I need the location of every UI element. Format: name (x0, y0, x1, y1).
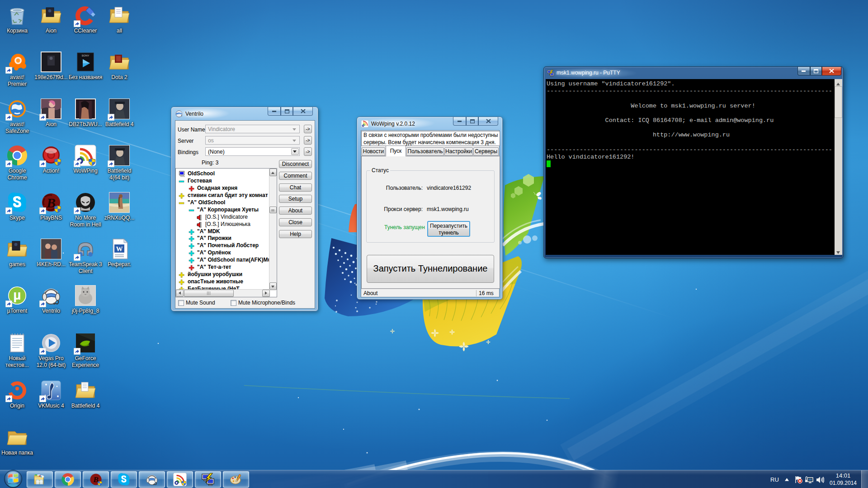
svg-text:B: B (46, 195, 56, 210)
svg-text:SONY: SONY (81, 54, 89, 57)
svg-text:µ: µ (13, 287, 21, 302)
svg-text:W: W (116, 245, 123, 253)
